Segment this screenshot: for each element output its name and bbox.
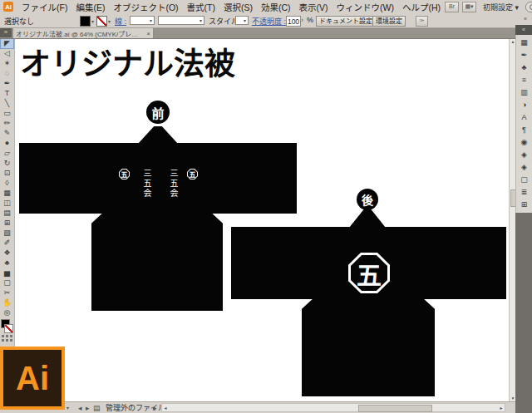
zoom-tool[interactable]: ◎ — [1, 307, 13, 317]
menu-item-6[interactable]: 表示(V) — [295, 1, 332, 13]
dock-collapse-icon[interactable]: « — [515, 25, 532, 35]
free-transform-tool[interactable]: ▦ — [1, 188, 13, 198]
arrange-documents-button[interactable]: ▦▾ — [462, 2, 476, 12]
symbols-panel-icon[interactable]: ♣ — [518, 62, 530, 73]
document-tab[interactable]: オリジナル法被.ai @ 64% (CMYK/プレビュー) × — [12, 27, 154, 38]
column-graph-tool[interactable]: ▅ — [1, 268, 13, 278]
back-coat-body[interactable] — [302, 299, 435, 396]
menu-item-2[interactable]: オブジェクト(O) — [109, 1, 182, 13]
opacity-spinner[interactable]: › — [301, 16, 303, 24]
rectangle-tool[interactable]: ▭ — [1, 108, 13, 118]
swatches-panel-icon[interactable]: ▦ — [518, 37, 530, 48]
paragraph-panel-icon[interactable]: ¶ — [518, 125, 530, 135]
menu-item-5[interactable]: 効果(C) — [257, 1, 295, 13]
document-setup-button[interactable]: ドキュメント設定 — [316, 16, 376, 27]
control-bar: 選択なし ▾ ▾ 線 : ▾ ▾ スタイル : ▾ 不透明度 : 100 › %… — [0, 13, 532, 28]
pen-tool[interactable]: ✒ — [1, 78, 13, 88]
opacity-link[interactable]: 不透明度 : — [252, 16, 286, 27]
selection-tool[interactable]: ◤ — [1, 38, 13, 48]
menu-item-3[interactable]: 書式(T) — [183, 1, 219, 13]
eraser-tool[interactable]: ▱ — [1, 148, 13, 158]
scroll-right-icon[interactable]: ▸ — [498, 404, 505, 412]
pathfinder-panel-icon[interactable]: ⊞ — [518, 199, 530, 210]
direct-selection-tool[interactable]: ◁ — [1, 48, 13, 58]
layers-panel-icon[interactable]: ◈ — [518, 162, 530, 173]
back-emblem-octagon[interactable]: 五 — [348, 253, 390, 293]
stroke-panel-icon[interactable]: ≡ — [518, 75, 530, 86]
drawing-mode-buttons[interactable] — [2, 339, 12, 342]
stroke-weight-combo[interactable]: ▾ — [130, 16, 155, 25]
align-panel-icon[interactable]: ≣ — [518, 187, 530, 198]
toolbox-collapse-icon[interactable]: » — [0, 27, 12, 37]
stroke-link[interactable]: 線 : — [115, 16, 126, 27]
stroke-indicator-icon[interactable] — [4, 324, 13, 333]
perspective-grid-tool[interactable]: ▤ — [1, 208, 13, 218]
status-expand-icon[interactable]: ▸ — [153, 403, 157, 413]
paintbrush-tool[interactable]: ✏ — [1, 118, 13, 128]
back-marker-circle[interactable]: 後 — [357, 189, 378, 210]
horizontal-scrollbar[interactable]: ◂ ▸ — [161, 403, 505, 412]
controlbar-collapse-icon[interactable]: « — [524, 16, 527, 22]
lasso-tool[interactable]: ◌ — [1, 68, 13, 78]
back-coat-collar[interactable] — [349, 209, 386, 228]
menu-item-7[interactable]: ウィンドウ(W) — [332, 1, 398, 13]
brushes-panel-icon[interactable]: ✒ — [518, 50, 530, 61]
shape-builder-tool[interactable]: ◫ — [1, 198, 13, 208]
hand-tool[interactable]: ✋ — [1, 297, 13, 307]
gradient-tool[interactable]: ▧ — [1, 228, 13, 238]
pencil-tool[interactable]: ✎ — [1, 128, 13, 138]
symbol-sprayer-tool[interactable]: ♣ — [1, 258, 13, 268]
menu-item-1[interactable]: 編集(E) — [71, 1, 109, 13]
magic-wand-tool[interactable]: ✶ — [1, 58, 13, 68]
artboard-next-icon[interactable]: ▸ — [86, 403, 90, 413]
eyedropper-tool[interactable]: ✐ — [1, 238, 13, 248]
appearance-panel-icon[interactable]: ◉ — [518, 137, 530, 148]
scale-tool[interactable]: ⊡ — [1, 168, 13, 178]
width-tool[interactable]: ◊ — [1, 178, 13, 188]
artwork-heading-text[interactable]: オリジナル法被 — [20, 39, 235, 84]
preferences-button[interactable]: 環境設定 — [372, 16, 406, 27]
artboard-tool[interactable]: ▢ — [1, 278, 13, 288]
front-chest-text-left[interactable]: 三五会 — [140, 169, 153, 199]
horizontal-scroll-thumb[interactable] — [358, 405, 432, 412]
front-marker-circle[interactable]: 前 — [146, 101, 170, 124]
artboards-panel-icon[interactable]: ▢ — [518, 175, 530, 185]
menu-item-8[interactable]: ヘルプ(H) — [398, 1, 445, 13]
rotate-tool[interactable]: ↻ — [1, 158, 13, 168]
brush-settings-icon[interactable]: ✑ — [416, 16, 428, 27]
vertical-scrollbar[interactable]: ▲ ▼ — [509, 38, 515, 401]
blob-brush-tool[interactable]: ● — [1, 138, 13, 148]
front-coat-body[interactable] — [91, 214, 223, 311]
stroke-color-swatch[interactable]: ▾ — [96, 16, 111, 27]
artboard-prev-icon[interactable]: ◂ — [78, 403, 82, 413]
type-tool[interactable]: T — [1, 88, 13, 98]
gradient-panel-icon[interactable]: ▥ — [518, 87, 530, 98]
blend-tool[interactable]: ❖ — [1, 248, 13, 258]
workspace-switcher[interactable]: 初期設定 ▾ — [480, 2, 522, 12]
menu-item-4[interactable]: 選択(S) — [219, 1, 257, 13]
front-coat-sleeves[interactable] — [19, 143, 297, 214]
scroll-left-icon[interactable]: ◂ — [162, 404, 169, 412]
mesh-tool[interactable]: ⊞ — [1, 218, 13, 228]
fill-color-swatch[interactable]: ▾ — [80, 16, 94, 27]
style-combo[interactable]: ▾ — [235, 16, 249, 25]
graphic-styles-panel-icon[interactable]: ◈ — [518, 150, 530, 160]
character-panel-icon[interactable]: A — [518, 112, 530, 123]
menu-item-0[interactable]: ファイル(F) — [17, 1, 71, 13]
color-mode-buttons[interactable] — [2, 335, 12, 337]
opacity-value-field[interactable]: 100 — [286, 16, 301, 27]
search-input[interactable] — [525, 2, 532, 12]
fill-stroke-indicator[interactable] — [1, 319, 13, 333]
brush-definition-combo[interactable]: ▾ — [158, 16, 204, 25]
tab-close-icon[interactable]: × — [146, 30, 150, 37]
artboard-canvas[interactable]: オリジナル法被 前 五 五 三五会 三五会 後 五 — [14, 38, 509, 401]
menu-bar: Ai ファイル(F)編集(E)オブジェクト(O)書式(T)選択(S)効果(C)表… — [0, 0, 532, 14]
front-chest-text-right[interactable]: 三五会 — [167, 169, 180, 199]
transparency-panel-icon[interactable]: ◑ — [518, 100, 530, 111]
front-coat-collar[interactable] — [138, 126, 178, 144]
bridge-button[interactable]: Br — [445, 2, 459, 12]
slice-tool[interactable]: ✂ — [1, 288, 13, 297]
zoom-level-dropdown[interactable]: ▾ — [66, 403, 69, 413]
stroke-swatch-icon — [96, 16, 107, 27]
line-segment-tool[interactable]: ╲ — [1, 98, 13, 108]
